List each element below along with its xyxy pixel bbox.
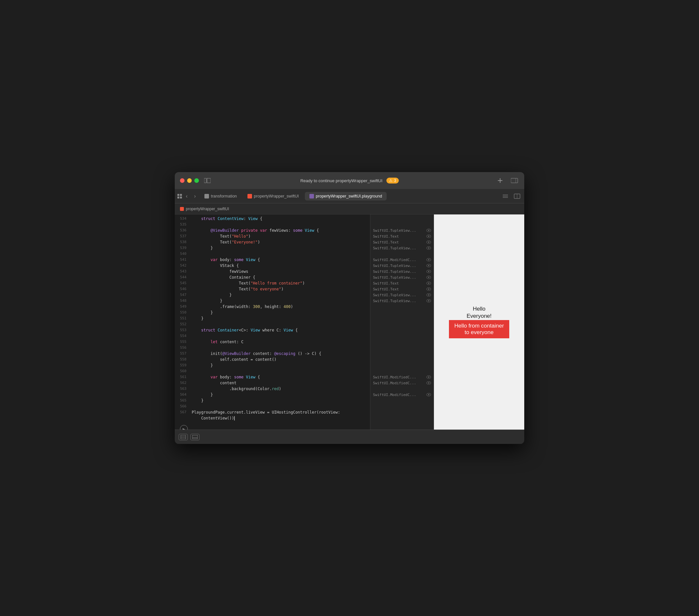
tab-transformation[interactable]: transformation [200, 192, 241, 200]
warning-badge: ⚠ 3 [386, 178, 399, 184]
result-row: SwiftUI.Text [370, 233, 434, 239]
bottom-left-panel-button[interactable] [179, 434, 188, 440]
table-row: 550 } [175, 310, 370, 316]
table-row: 552 [175, 321, 370, 327]
result-row [370, 351, 434, 357]
table-row: 562 content [175, 380, 370, 386]
result-eye-icon[interactable] [426, 287, 431, 291]
window-title: Ready to continue propertyWrapper_swiftU… [300, 178, 382, 183]
svg-rect-14 [192, 435, 198, 439]
result-row [370, 345, 434, 351]
preview-container: Hello from container to everyone [449, 320, 509, 338]
preview-hello-text: Hello [473, 306, 486, 312]
sidebar-toggle-button[interactable] [203, 176, 212, 185]
svg-rect-0 [204, 178, 206, 183]
tab-back-button[interactable]: ‹ [183, 192, 190, 200]
result-eye-icon[interactable] [426, 264, 431, 267]
result-row [370, 304, 434, 310]
result-eye-icon[interactable] [426, 246, 431, 250]
code-lines: 534 struct ContentView: View { 535 536 @… [175, 214, 370, 423]
table-row: 543 fewViews [175, 269, 370, 274]
breadcrumb: propertyWrapper_swiftUI [175, 203, 524, 214]
svg-rect-2 [207, 178, 211, 183]
results-panel: SwiftUI.TupleView... SwiftUI.Text SwiftU… [370, 214, 434, 430]
tab-playground[interactable]: propertyWrapper_swiftUI.playground [305, 192, 387, 200]
tab-property-wrapper[interactable]: propertyWrapper_swiftUI [243, 192, 304, 200]
tab-bar: ‹ › transformation propertyWrapper_swift… [175, 189, 524, 203]
code-editor[interactable]: 534 struct ContentView: View { 535 536 @… [175, 214, 370, 430]
preview-everyone-text: Everyone! [466, 313, 492, 319]
table-row: 559 } [175, 362, 370, 368]
breadcrumb-text: propertyWrapper_swiftUI [186, 206, 229, 211]
result-row [370, 327, 434, 333]
table-row: 553 struct Container<C>: View where C: V… [175, 327, 370, 333]
table-row: 563 .background(Color.red) [175, 386, 370, 392]
preview-panel: Hello Everyone! Hello from container to … [434, 214, 524, 430]
result-eye-icon[interactable] [426, 282, 431, 285]
tab-forward-button[interactable]: › [192, 192, 198, 200]
result-eye-icon[interactable] [426, 393, 431, 396]
grid-view-button[interactable] [177, 194, 182, 199]
result-row: SwiftUI.ModifiedC... [370, 380, 434, 386]
table-row: 544 Container { [175, 274, 370, 280]
traffic-lights [180, 178, 199, 183]
table-row: ContentView()) [175, 415, 370, 421]
result-row: SwiftUI.TupleView... [370, 298, 434, 304]
table-row: 548 } [175, 298, 370, 304]
result-row: SwiftUI.ModifiedC... [370, 257, 434, 263]
run-button[interactable]: ▶ [180, 425, 188, 430]
table-row: 540 [175, 251, 370, 257]
table-row: 560 [175, 368, 370, 374]
tab-label: propertyWrapper_swiftUI.playground [316, 194, 382, 199]
preview-content: Hello Everyone! Hello from container to … [449, 306, 509, 338]
swift-icon [248, 194, 252, 199]
result-row: SwiftUI.TupleView... [370, 228, 434, 233]
table-row: 546 Text("to everyone") [175, 286, 370, 292]
result-row: SwiftUI.TupleView... [370, 274, 434, 280]
result-eye-icon[interactable] [426, 293, 431, 297]
add-button[interactable] [496, 176, 505, 185]
result-eye-icon[interactable] [426, 381, 431, 385]
result-eye-icon[interactable] [426, 235, 431, 238]
result-eye-icon[interactable] [426, 375, 431, 379]
result-row: SwiftUI.Text [370, 280, 434, 286]
table-row: 557 init(@ViewBuilder content: @escaping… [175, 351, 370, 357]
result-eye-icon[interactable] [426, 270, 431, 273]
table-row: 558 self.content = content() [175, 357, 370, 362]
result-row [370, 357, 434, 362]
result-row: SwiftUI.ModifiedC... [370, 374, 434, 380]
title-right-buttons [496, 176, 519, 185]
table-row: 555 let content: C [175, 339, 370, 345]
result-eye-icon[interactable] [426, 229, 431, 232]
result-eye-icon[interactable] [426, 299, 431, 303]
bottom-bar [175, 430, 524, 444]
result-row: SwiftUI.ModifiedC... [370, 392, 434, 398]
table-row: 538 Text("Everyone!") [175, 239, 370, 245]
file-icon [205, 194, 209, 199]
result-eye-icon[interactable] [426, 258, 431, 262]
table-row: 556 [175, 345, 370, 351]
result-eye-icon[interactable] [426, 276, 431, 279]
run-button-area: ▶ [175, 423, 370, 430]
result-eye-icon[interactable] [426, 241, 431, 244]
table-row: 545 Text("Hello from container") [175, 280, 370, 286]
table-row: 541 var body: some View { [175, 257, 370, 263]
table-row: 554 [175, 333, 370, 339]
editor-lines-button[interactable] [501, 192, 510, 201]
title-center: Ready to continue propertyWrapper_swiftU… [300, 178, 399, 184]
maximize-button[interactable] [194, 178, 199, 183]
table-row: 542 VStack { [175, 263, 370, 269]
bottom-right-panel-button[interactable] [190, 434, 199, 440]
minimize-button[interactable] [187, 178, 192, 183]
table-row: 566 [175, 403, 370, 410]
preview-container-text2: to everyone [454, 329, 504, 336]
result-row: SwiftUI.TupleView... [370, 269, 434, 274]
result-row: SwiftUI.Text [370, 239, 434, 245]
close-button[interactable] [180, 178, 185, 183]
panel-toggle-button[interactable] [510, 176, 519, 185]
split-editor-button[interactable] [513, 192, 522, 201]
main-content: 534 struct ContentView: View { 535 536 @… [175, 214, 524, 430]
xcode-window: Ready to continue propertyWrapper_swiftU… [175, 172, 524, 444]
title-bar: Ready to continue propertyWrapper_swiftU… [175, 172, 524, 189]
table-row: 547 } [175, 292, 370, 298]
